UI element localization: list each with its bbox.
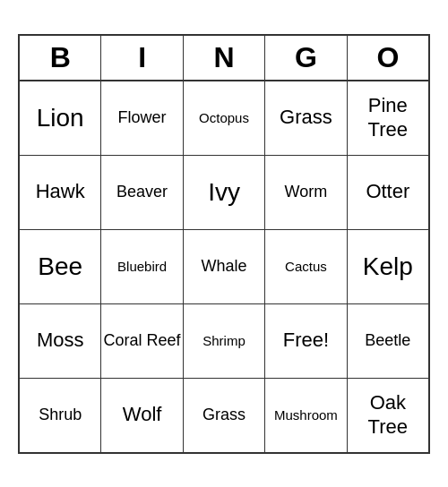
cell-text-2-4: Kelp	[363, 252, 413, 282]
bingo-card: BINGO LionFlowerOctopusGrassPine TreeHaw…	[18, 34, 430, 454]
cell-text-0-4: Pine Tree	[349, 94, 426, 141]
bingo-cell-3-4: Beetle	[348, 304, 428, 378]
bingo-row-3: MossCoral ReefShrimpFree!Beetle	[20, 304, 428, 379]
cell-text-0-2: Octopus	[199, 110, 249, 126]
header-letter-b: B	[20, 36, 101, 80]
bingo-header: BINGO	[20, 36, 428, 81]
bingo-cell-2-0: Bee	[20, 230, 101, 303]
cell-text-1-0: Hawk	[36, 180, 85, 203]
cell-text-4-3: Mushroom	[274, 407, 338, 423]
bingo-cell-2-1: Bluebird	[101, 230, 183, 303]
bingo-row-2: BeeBluebirdWhaleCactusKelp	[20, 230, 428, 304]
bingo-cell-4-1: Wolf	[101, 379, 183, 452]
bingo-cell-1-4: Otter	[348, 156, 428, 229]
bingo-cell-2-3: Cactus	[265, 230, 347, 303]
header-letter-o: O	[348, 36, 428, 80]
cell-text-3-0: Moss	[37, 329, 84, 352]
cell-text-2-2: Whale	[202, 257, 247, 277]
cell-text-2-3: Cactus	[285, 259, 327, 275]
cell-text-2-0: Bee	[38, 252, 82, 282]
bingo-cell-3-2: Shrimp	[184, 304, 265, 378]
bingo-body: LionFlowerOctopusGrassPine TreeHawkBeave…	[20, 81, 428, 452]
bingo-cell-0-4: Pine Tree	[348, 81, 428, 155]
header-letter-i: I	[101, 36, 183, 80]
cell-text-3-2: Shrimp	[202, 333, 246, 349]
bingo-cell-4-3: Mushroom	[265, 379, 347, 452]
cell-text-1-4: Otter	[366, 180, 409, 203]
cell-text-0-0: Lion	[37, 103, 84, 133]
cell-text-4-4: Oak Tree	[349, 391, 426, 439]
header-letter-n: N	[184, 36, 265, 80]
bingo-cell-1-3: Worm	[265, 156, 347, 229]
header-letter-g: G	[265, 36, 347, 80]
bingo-cell-3-1: Coral Reef	[101, 304, 183, 378]
bingo-cell-0-1: Flower	[101, 81, 183, 155]
cell-text-1-3: Worm	[285, 183, 328, 202]
bingo-cell-0-2: Octopus	[184, 81, 265, 155]
cell-text-4-1: Wolf	[123, 403, 162, 426]
bingo-row-0: LionFlowerOctopusGrassPine Tree	[20, 81, 428, 156]
bingo-cell-0-0: Lion	[20, 81, 101, 155]
bingo-cell-2-4: Kelp	[348, 230, 428, 303]
cell-text-0-1: Flower	[118, 108, 167, 128]
cell-text-4-2: Grass	[202, 406, 246, 425]
cell-text-2-1: Bluebird	[117, 259, 167, 275]
cell-text-3-3: Free!	[283, 329, 329, 352]
bingo-cell-1-1: Beaver	[101, 156, 183, 229]
bingo-cell-3-3: Free!	[265, 304, 347, 378]
bingo-cell-4-2: Grass	[184, 379, 265, 452]
bingo-cell-1-0: Hawk	[20, 156, 101, 229]
bingo-cell-2-2: Whale	[184, 230, 265, 303]
bingo-cell-3-0: Moss	[20, 304, 101, 378]
bingo-cell-4-0: Shrub	[20, 379, 101, 452]
bingo-cell-0-3: Grass	[265, 81, 347, 155]
bingo-row-1: HawkBeaverIvyWormOtter	[20, 156, 428, 230]
bingo-cell-1-2: Ivy	[184, 156, 265, 229]
cell-text-0-3: Grass	[280, 106, 332, 129]
cell-text-3-4: Beetle	[365, 331, 410, 351]
cell-text-1-2: Ivy	[208, 177, 240, 208]
cell-text-4-0: Shrub	[39, 406, 82, 425]
bingo-row-4: ShrubWolfGrassMushroomOak Tree	[20, 379, 428, 452]
bingo-cell-4-4: Oak Tree	[348, 379, 428, 452]
cell-text-3-1: Coral Reef	[104, 331, 181, 351]
cell-text-1-1: Beaver	[116, 183, 168, 202]
